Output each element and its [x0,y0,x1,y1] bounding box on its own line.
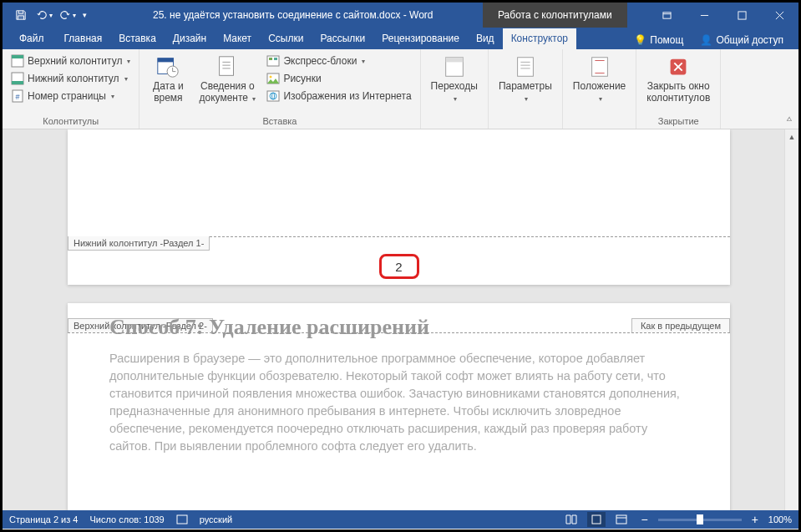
status-words[interactable]: Число слов: 1039 [89,514,164,524]
group-close: Закрытие [641,114,715,129]
tab-design[interactable]: Дизайн [165,28,215,49]
svg-text:#: # [15,93,19,101]
undo-icon[interactable]: ▾ [34,5,54,25]
svg-rect-23 [274,58,277,60]
svg-rect-41 [177,515,187,524]
highlight-annotation [379,254,419,279]
print-layout-icon[interactable] [587,512,606,527]
doc-paragraph: Расширения в браузере — это дополнительн… [109,350,688,455]
tab-references[interactable]: Ссылки [260,28,312,49]
svg-rect-30 [445,58,463,63]
footer-section-tag: Нижний колонтитул -Раздел 1- [68,236,210,251]
tab-file[interactable]: Файл [8,28,56,49]
person-icon: 👤 [700,34,712,46]
datetime-button[interactable]: Дата и время [144,53,191,106]
options-button[interactable]: Параметры▾ [494,53,557,106]
zoom-level[interactable]: 100% [768,514,792,524]
minimize-icon[interactable] [686,3,723,28]
proofing-icon[interactable] [176,514,188,525]
tab-insert[interactable]: Вставка [110,28,165,49]
svg-rect-42 [592,515,601,524]
svg-rect-9 [12,81,23,84]
close-icon[interactable] [761,3,798,28]
doc-heading: Способ 7: Удаление расширений [109,315,688,340]
document-area[interactable]: Нижний колонтитул -Раздел 1- 2 Верхний к… [3,129,798,510]
bulb-icon: 💡 [634,34,646,46]
context-tab-header-footer: Работа с колонтитулами [483,3,627,28]
page-1: Нижний колонтитул -Раздел 1- 2 [68,129,730,285]
navigation-button[interactable]: Переходы▾ [426,53,483,106]
zoom-out-icon[interactable]: − [637,513,651,526]
svg-rect-31 [517,58,533,77]
footer-button[interactable]: Нижний колонтитул▾ [8,70,134,87]
quickparts-button[interactable]: Экспресс-блоки▾ [263,53,414,69]
header-button[interactable]: Верхний колонтитул▾ [8,53,134,69]
ribbon-display-icon[interactable] [648,3,686,28]
window-title: 25. не удаётся установить соединение с с… [153,9,433,21]
svg-rect-17 [220,57,234,76]
collapse-ribbon-icon[interactable]: ㅿ [785,114,793,125]
online-pictures-button[interactable]: Изображения из Интернета [263,88,414,104]
svg-rect-3 [738,11,746,18]
vertical-scrollbar[interactable]: ▲ [784,129,798,510]
status-page[interactable]: Страница 2 из 4 [9,514,78,524]
group-header-footer: Колонтитулы [8,114,134,129]
page-2: Верхний колонтитул -Раздел 2- Как в пред… [68,303,730,510]
svg-rect-7 [12,55,23,58]
position-button[interactable]: Положение▾ [568,53,631,106]
tab-designer[interactable]: Конструктор [503,28,576,49]
tab-layout[interactable]: Макет [215,28,260,49]
svg-rect-43 [616,515,626,524]
maximize-icon[interactable] [723,3,761,28]
status-language[interactable]: русский [200,514,232,524]
page-number-button[interactable]: #Номер страницы▾ [8,88,134,104]
scroll-up-icon[interactable]: ▲ [785,129,798,144]
tab-home[interactable]: Главная [56,28,111,49]
share-button[interactable]: 👤Общий доступ [693,31,790,49]
zoom-slider[interactable] [658,519,742,521]
tab-view[interactable]: Вид [468,28,503,49]
close-header-footer-button[interactable]: Закрыть окноколонтитулов [641,53,715,106]
tab-mailings[interactable]: Рассылки [312,28,373,49]
group-insert: Вставка [144,114,414,129]
docinfo-button[interactable]: Сведения о документе ▾ [193,53,261,106]
redo-icon[interactable]: ▾ [58,5,78,25]
save-icon[interactable] [11,5,31,25]
help-button[interactable]: 💡Помощ [627,31,690,49]
zoom-in-icon[interactable]: + [748,513,762,526]
web-layout-icon[interactable] [612,512,631,527]
svg-rect-0 [663,12,671,18]
svg-rect-13 [158,58,174,63]
svg-rect-22 [269,58,272,60]
svg-rect-21 [267,56,279,66]
tab-review[interactable]: Рецензирование [373,28,468,49]
svg-point-25 [270,76,272,79]
read-mode-icon[interactable] [562,512,580,527]
pictures-button[interactable]: Рисунки [263,70,414,87]
